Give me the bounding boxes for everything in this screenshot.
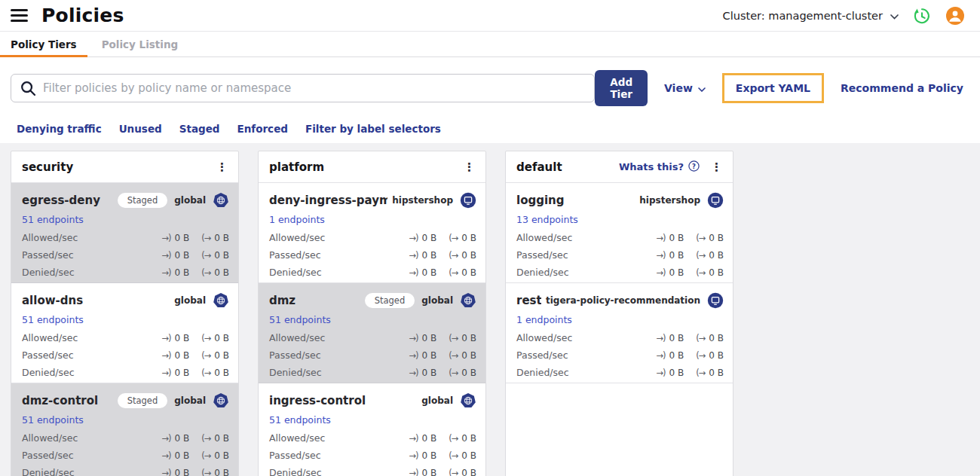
ingress-value: 0 B [669, 368, 684, 378]
tab-policy-listing[interactable]: Policy Listing [91, 32, 189, 56]
egress-icon [449, 250, 458, 261]
policy-name: restricted [516, 294, 541, 307]
filter-unused[interactable]: Unused [119, 123, 162, 135]
stat-label: Allowed/sec [269, 432, 409, 444]
policy-card[interactable]: logging hipstershop 13 endpoints Allowed… [506, 183, 733, 283]
ingress-value: 0 B [422, 433, 437, 444]
filter-staged[interactable]: Staged [179, 123, 220, 135]
policy-scope-label: global [174, 295, 206, 306]
recommend-policy-button[interactable]: Recommend a Policy [841, 82, 963, 94]
policy-name: ingress-control [269, 394, 417, 407]
cluster-selector[interactable]: Cluster: management-cluster [723, 10, 899, 22]
egress-icon [201, 233, 210, 243]
endpoints-link[interactable]: 51 endpoints [22, 214, 84, 225]
view-dropdown-label: View [664, 82, 693, 94]
stat-label: Passed/sec [22, 349, 161, 361]
tier-header: platform [259, 151, 485, 183]
egress-icon [201, 450, 210, 461]
endpoints-link[interactable]: 1 endpoints [516, 314, 572, 325]
endpoints-link[interactable]: 51 endpoints [269, 314, 331, 325]
policy-search[interactable] [11, 74, 595, 102]
endpoints-link[interactable]: 51 endpoints [269, 414, 331, 426]
egress-icon [449, 468, 458, 476]
add-tier-button[interactable]: Add Tier [595, 70, 648, 106]
ingress-icon [409, 233, 418, 243]
chevron-down-icon [890, 10, 899, 22]
globe-icon [213, 192, 229, 209]
policy-card[interactable]: dmz Staged global 51 endpoints Allowed/s… [259, 283, 485, 383]
egress-icon [201, 433, 210, 444]
policy-card[interactable]: allow-dns global 51 endpoints Allowed/se… [11, 283, 238, 383]
stat-label: Passed/sec [269, 249, 409, 261]
policy-card[interactable]: egress-deny Staged global 51 endpoints A… [11, 183, 238, 283]
ingress-icon [409, 333, 418, 343]
egress-icon [696, 233, 705, 243]
policy-name: dmz-control [22, 394, 113, 407]
egress-icon [201, 333, 210, 343]
tier-column-default: default Whats this? ? logging hipstersho… [505, 151, 733, 476]
kebab-menu-icon[interactable] [461, 160, 478, 174]
question-mark-icon: ? [688, 160, 700, 174]
ingress-value: 0 B [669, 250, 684, 261]
globe-icon [213, 392, 229, 409]
egress-value: 0 B [214, 468, 229, 476]
ingress-value: 0 B [175, 368, 190, 378]
filter-enforced[interactable]: Enforced [237, 123, 287, 135]
filter-by-label-selectors[interactable]: Filter by label selectors [305, 123, 441, 135]
policy-card[interactable]: dmz-control Staged global 51 endpoints A… [11, 383, 238, 476]
ingress-value: 0 B [422, 267, 437, 278]
export-yaml-button[interactable]: Export YAML [736, 82, 810, 94]
ingress-icon [161, 450, 170, 461]
stat-label: Allowed/sec [516, 232, 656, 243]
ingress-icon [656, 233, 665, 243]
kebab-menu-icon[interactable] [213, 160, 231, 174]
endpoints-link[interactable]: 13 endpoints [516, 214, 578, 225]
ingress-icon [409, 368, 418, 378]
ingress-value: 0 B [422, 350, 437, 361]
tab-bar: Policy Tiers Policy Listing [0, 32, 980, 57]
tier-column-security: security egress-deny Staged global 51 en… [11, 151, 239, 476]
policy-card[interactable]: restricted tigera-policy-recommendation … [506, 283, 733, 383]
egress-value: 0 B [709, 233, 724, 243]
ingress-value: 0 B [175, 350, 190, 361]
ingress-value: 0 B [669, 267, 684, 278]
quick-filters: Denying traffic Unused Staged Enforced F… [17, 123, 963, 135]
policy-scope-label: global [421, 395, 453, 406]
menu-icon[interactable] [11, 9, 28, 22]
egress-value: 0 B [709, 333, 724, 343]
egress-icon [696, 267, 705, 278]
ingress-value: 0 B [669, 233, 684, 243]
history-icon[interactable] [912, 6, 932, 26]
policy-card[interactable]: deny-ingress-paymentservi... hipstershop… [259, 183, 485, 283]
view-dropdown[interactable]: View [664, 82, 706, 94]
stat-label: Passed/sec [516, 249, 656, 261]
egress-icon [449, 233, 458, 243]
ingress-icon [161, 350, 170, 361]
policy-card[interactable]: ingress-control global 51 endpoints Allo… [259, 383, 485, 476]
stat-label: Passed/sec [516, 349, 656, 361]
egress-icon [449, 350, 458, 361]
egress-value: 0 B [461, 368, 476, 378]
ingress-icon [161, 433, 170, 444]
kebab-menu-icon[interactable] [708, 160, 725, 174]
stat-label: Denied/sec [22, 267, 161, 278]
ingress-icon [409, 350, 418, 361]
egress-value: 0 B [709, 267, 724, 278]
stat-label: Passed/sec [22, 450, 161, 461]
whats-this-link[interactable]: Whats this? ? [619, 160, 700, 174]
endpoints-link[interactable]: 1 endpoints [269, 214, 325, 225]
user-avatar-icon[interactable] [945, 6, 965, 26]
ingress-icon [656, 333, 665, 343]
policy-scope-label: global [174, 395, 206, 406]
search-input[interactable] [43, 81, 585, 95]
endpoints-link[interactable]: 51 endpoints [22, 414, 84, 426]
tab-policy-tiers[interactable]: Policy Tiers [0, 32, 87, 56]
endpoints-link[interactable]: 51 endpoints [22, 314, 84, 325]
staged-badge: Staged [118, 393, 168, 408]
ingress-icon [656, 350, 665, 361]
egress-icon [696, 250, 705, 261]
namespace-icon [707, 292, 724, 309]
filter-denying-traffic[interactable]: Denying traffic [17, 123, 102, 135]
egress-icon [449, 333, 458, 343]
stat-label: Passed/sec [22, 249, 161, 261]
